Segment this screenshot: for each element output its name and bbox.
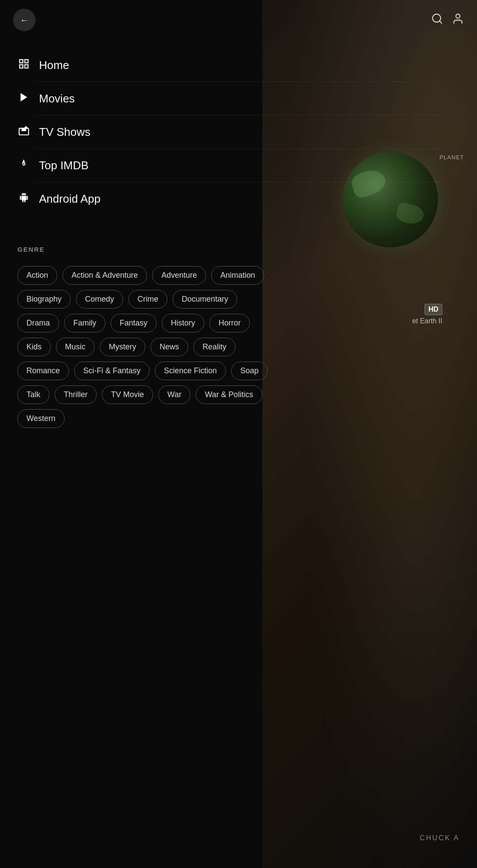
nav-movies-label: Movies [39,92,75,105]
svg-line-1 [439,21,441,23]
header: ← [0,0,477,40]
genre-tags-container: ActionAction & AdventureAdventureAnimati… [17,266,278,428]
genre-tag[interactable]: Kids [17,338,51,356]
back-button[interactable]: ← [13,9,36,31]
svg-rect-3 [20,59,23,63]
nav-androidapp-label: Android App [39,192,101,206]
genre-tag[interactable]: Reality [193,338,235,356]
svg-rect-10 [22,128,26,131]
search-icon [431,13,443,25]
search-button[interactable] [431,13,443,28]
nav-tvshows-label: TV Shows [39,125,91,139]
genre-tag[interactable]: Soap [231,362,268,380]
nav-home-label: Home [39,59,69,72]
genre-tag[interactable]: Crime [128,290,167,309]
genre-tag[interactable]: Horror [209,314,250,332]
genre-tag[interactable]: War & Politics [196,385,262,404]
tvshows-icon [17,125,30,139]
svg-marker-7 [20,93,27,102]
genre-tag[interactable]: Adventure [152,266,206,285]
svg-rect-4 [25,59,28,63]
genre-tag[interactable]: TV Movie [102,385,153,404]
genre-tag[interactable]: Western [17,409,65,428]
genre-tag[interactable]: Music [56,338,95,356]
android-icon [17,192,30,206]
nav-item-topimdb[interactable]: Top IMDB [17,149,460,182]
svg-point-2 [456,14,460,18]
app-container: PLANET HD et Earth II ← [0,0,477,868]
svg-rect-6 [25,65,28,68]
genre-tag[interactable]: Family [64,314,105,332]
genre-tag[interactable]: Sci-Fi & Fantasy [74,362,150,380]
genre-title: GENRE [17,246,460,253]
genre-tag[interactable]: History [162,314,204,332]
genre-tag[interactable]: News [150,338,188,356]
header-icons [431,13,464,28]
genre-tag[interactable]: Action & Adventure [62,266,147,285]
genre-tag[interactable]: Romance [17,362,69,380]
genre-tag[interactable]: Action [17,266,57,285]
back-icon: ← [20,15,29,25]
svg-rect-5 [20,65,23,68]
nav-topimdb-label: Top IMDB [39,159,88,172]
genre-tag[interactable]: Mystery [100,338,145,356]
home-icon [17,58,30,72]
nav-item-tvshows[interactable]: TV Shows [17,115,460,148]
genre-tag[interactable]: Animation [211,266,264,285]
genre-section: GENRE ActionAction & AdventureAdventureA… [0,233,477,441]
nav-item-home[interactable]: Home [17,49,460,82]
bottom-label: CHUCK A [420,834,460,842]
nav-item-movies[interactable]: Movies [17,82,460,115]
genre-tag[interactable]: Talk [17,385,49,404]
genre-tag[interactable]: War [158,385,190,404]
genre-tag[interactable]: Comedy [76,290,123,309]
profile-button[interactable] [452,13,464,28]
genre-tag[interactable]: Biography [17,290,71,309]
nav-item-androidapp[interactable]: Android App [17,182,460,215]
navigation: Home Movies TV Shows [0,40,477,224]
movies-icon [17,92,30,105]
genre-tag[interactable]: Science Fiction [155,362,226,380]
profile-icon [452,13,464,25]
topimdb-icon [17,158,30,172]
genre-tag[interactable]: Documentary [173,290,237,309]
genre-tag[interactable]: Thriller [55,385,97,404]
genre-tag[interactable]: Fantasy [111,314,157,332]
genre-tag[interactable]: Drama [17,314,59,332]
svg-point-11 [23,163,25,165]
